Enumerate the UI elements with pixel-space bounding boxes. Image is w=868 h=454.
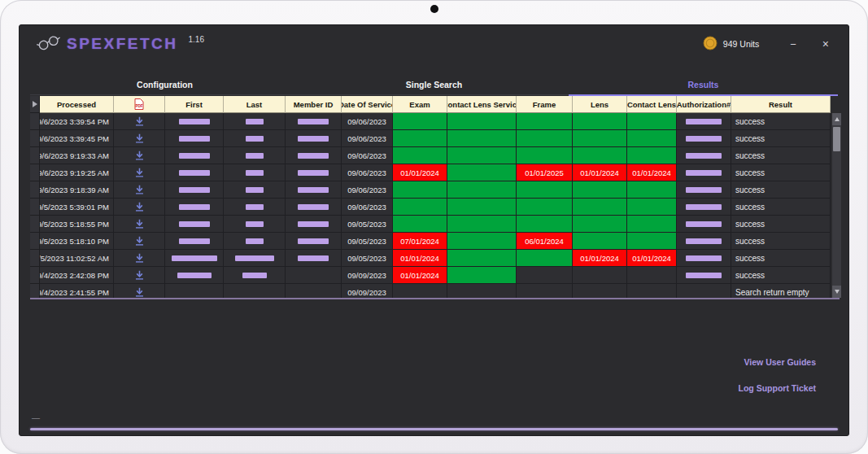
cell-processed[interactable]: 9/6/2023 9:19:33 AM	[40, 147, 114, 164]
cell-member[interactable]	[286, 181, 342, 199]
cell-download[interactable]	[114, 199, 165, 216]
cell-result[interactable]: success	[731, 250, 831, 267]
link-log-support-ticket[interactable]: Log Support Ticket	[739, 383, 816, 393]
cell-download[interactable]	[114, 147, 165, 164]
cell-exam[interactable]: 07/01/2024	[393, 233, 447, 250]
column-header-frame[interactable]: Frame	[517, 96, 573, 113]
cell-first[interactable]	[165, 113, 224, 130]
cell-authorization[interactable]	[677, 181, 731, 199]
cell-date-of-service[interactable]: 09/09/2023	[342, 284, 393, 298]
cell-lens[interactable]	[573, 147, 627, 164]
cell-lens[interactable]	[573, 199, 627, 216]
cell-exam[interactable]	[393, 147, 447, 164]
column-header-exam[interactable]: Exam	[393, 96, 447, 113]
close-button[interactable]: ×	[822, 38, 829, 50]
cell-cls[interactable]	[447, 199, 517, 216]
cell-cl[interactable]	[627, 181, 677, 199]
cell-first[interactable]	[165, 147, 224, 164]
cell-exam[interactable]	[393, 216, 447, 233]
cell-date-of-service[interactable]: 09/05/2023	[342, 233, 393, 250]
cell-download[interactable]	[114, 113, 165, 130]
cell-cl[interactable]: 01/01/2024	[627, 250, 677, 267]
column-header-pdf[interactable]: PDF	[114, 96, 165, 113]
link-view-user-guides[interactable]: View User Guides	[744, 357, 816, 367]
column-header-first[interactable]: First	[165, 96, 224, 113]
cell-member[interactable]	[286, 164, 342, 181]
cell-exam[interactable]	[393, 199, 447, 216]
cell-processed[interactable]: 9/6/2023 9:18:39 AM	[40, 181, 114, 199]
cell-cls[interactable]	[447, 250, 517, 267]
cell-authorization[interactable]	[677, 267, 731, 284]
cell-member[interactable]	[286, 113, 342, 130]
cell-first[interactable]	[165, 267, 224, 284]
cell-download[interactable]	[114, 130, 165, 147]
cell-exam[interactable]	[393, 113, 447, 130]
cell-first[interactable]	[165, 216, 224, 233]
cell-first[interactable]	[165, 233, 224, 250]
cell-date-of-service[interactable]: 09/06/2023	[342, 113, 393, 130]
scroll-thumb[interactable]	[833, 127, 840, 151]
cell-lens[interactable]	[573, 113, 627, 130]
cell-cl[interactable]	[627, 130, 677, 147]
cell-result[interactable]: success	[731, 164, 831, 181]
cell-date-of-service[interactable]: 09/06/2023	[342, 181, 393, 199]
cell-exam[interactable]	[393, 181, 447, 199]
column-header-result[interactable]: Result	[731, 96, 831, 113]
cell-lens[interactable]	[573, 233, 627, 250]
cell-member[interactable]	[286, 233, 342, 250]
cell-last[interactable]	[224, 164, 286, 181]
cell-date-of-service[interactable]: 09/05/2023	[342, 216, 393, 233]
cell-cls[interactable]	[447, 284, 517, 298]
cell-frame[interactable]	[517, 147, 573, 164]
cell-first[interactable]	[165, 284, 224, 298]
cell-date-of-service[interactable]: 09/05/2023	[342, 250, 393, 267]
cell-authorization[interactable]	[677, 216, 731, 233]
row-header-cell[interactable]	[30, 147, 40, 164]
tab-single-search[interactable]: Single Search	[299, 74, 569, 94]
cell-download[interactable]	[114, 267, 165, 284]
cell-result[interactable]: success	[731, 181, 831, 199]
cell-frame[interactable]	[517, 284, 573, 298]
cell-first[interactable]	[165, 130, 224, 147]
cell-cls[interactable]	[447, 233, 517, 250]
cell-last[interactable]	[224, 199, 286, 216]
cell-cls[interactable]	[447, 164, 517, 181]
cell-authorization[interactable]	[677, 199, 731, 216]
row-header-cell[interactable]	[30, 267, 40, 284]
cell-lens[interactable]	[573, 284, 627, 298]
cell-last[interactable]	[224, 216, 286, 233]
cell-frame[interactable]	[517, 199, 573, 216]
cell-exam[interactable]: 01/01/2024	[393, 267, 447, 284]
cell-frame[interactable]	[517, 250, 573, 267]
cell-last[interactable]	[224, 113, 286, 130]
cell-processed[interactable]: 9/5/2023 5:18:10 PM	[40, 233, 114, 250]
cell-download[interactable]	[114, 284, 165, 298]
cell-exam[interactable]	[393, 284, 447, 298]
cell-last[interactable]	[224, 147, 286, 164]
cell-member[interactable]	[286, 147, 342, 164]
cell-member[interactable]	[286, 250, 342, 267]
cell-processed[interactable]: 9/4/2023 2:42:08 PM	[40, 267, 114, 284]
row-header-cell[interactable]	[30, 199, 40, 216]
cell-lens[interactable]: 01/01/2024	[573, 164, 627, 181]
cell-processed[interactable]: 9/6/2023 9:19:25 AM	[40, 164, 114, 181]
cell-exam[interactable]	[393, 130, 447, 147]
cell-date-of-service[interactable]: 09/06/2023	[342, 130, 393, 147]
cell-authorization[interactable]	[677, 130, 731, 147]
cell-member[interactable]	[286, 199, 342, 216]
cell-processed[interactable]: 9/6/2023 3:39:45 PM	[40, 130, 114, 147]
cell-authorization[interactable]	[677, 250, 731, 267]
cell-result[interactable]: success	[731, 147, 831, 164]
row-header-cell[interactable]	[30, 164, 40, 181]
grid-scrollbar[interactable]	[832, 113, 841, 298]
cell-processed[interactable]: 9/6/2023 3:39:54 PM	[40, 113, 114, 130]
cell-date-of-service[interactable]: 09/09/2023	[342, 267, 393, 284]
cell-cl[interactable]	[627, 233, 677, 250]
cell-exam[interactable]: 01/01/2024	[393, 250, 447, 267]
cell-cls[interactable]	[447, 130, 517, 147]
cell-member[interactable]	[286, 130, 342, 147]
row-header-cell[interactable]	[30, 250, 40, 267]
cell-cl[interactable]	[627, 216, 677, 233]
cell-result[interactable]: success	[731, 113, 831, 130]
cell-authorization[interactable]	[677, 233, 731, 250]
